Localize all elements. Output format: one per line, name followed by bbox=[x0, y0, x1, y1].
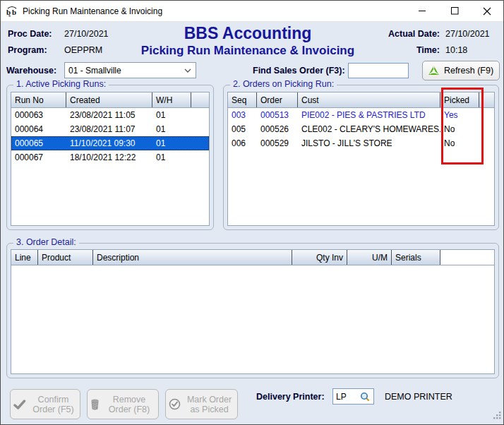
delivery-printer-input[interactable] bbox=[333, 392, 360, 402]
column-header-empty bbox=[191, 92, 209, 107]
column-header-um: U/M bbox=[347, 250, 392, 265]
delivery-printer-name: DEMO PRINTER bbox=[385, 392, 452, 402]
actual-date-label: Actual Date: bbox=[388, 29, 440, 39]
app-logo-icon: b b s bbox=[6, 6, 18, 17]
orders-header: Seq Order Cust Picked bbox=[228, 92, 494, 108]
warehouse-select[interactable]: 01 - Smallville bbox=[64, 62, 196, 78]
cell-picked: Yes bbox=[440, 108, 479, 122]
recycle-icon bbox=[428, 66, 439, 76]
time-label: Time: bbox=[388, 45, 440, 55]
delivery-printer-label: Delivery Printer: bbox=[256, 392, 325, 402]
cell-created: 23/08/2021 11:07 bbox=[66, 122, 152, 136]
cell-run-no: 000067 bbox=[11, 150, 66, 164]
picking-runs-header: Run No Created W/H bbox=[11, 92, 209, 108]
time-value: 10:18 bbox=[445, 45, 499, 55]
maximize-icon bbox=[451, 7, 459, 15]
column-header-cust: Cust bbox=[298, 92, 440, 107]
active-picking-runs-title: 1. Active Picking Runs: bbox=[13, 79, 109, 89]
picking-run-row-selected[interactable]: 000065 11/10/2021 09:30 01 bbox=[11, 136, 209, 150]
column-header-empty bbox=[479, 92, 494, 107]
column-header-description: Description bbox=[93, 250, 292, 265]
cell-order: 000513 bbox=[257, 108, 298, 122]
order-detail-header: Line Product Description Qty Inv U/M Ser… bbox=[11, 250, 494, 265]
cell-seq: 005 bbox=[228, 122, 257, 136]
window-body: Proc Date: 27/10/2021 Program: OEPPRM BB… bbox=[1, 22, 503, 424]
cell-run-no: 000064 bbox=[11, 122, 66, 136]
minimize-button[interactable] bbox=[406, 1, 438, 21]
picking-run-row[interactable]: 000063 23/08/2021 11:05 01 bbox=[11, 108, 209, 122]
picking-run-row[interactable]: 000064 23/08/2021 11:07 01 bbox=[11, 122, 209, 136]
order-row[interactable]: 005 000526 CLE002 - CLEARY'S HOMEWARES..… bbox=[228, 122, 494, 136]
cell-run-no: 000063 bbox=[11, 108, 66, 122]
maximize-button[interactable] bbox=[438, 1, 471, 21]
program-label: Program: bbox=[8, 45, 64, 55]
column-header-line: Line bbox=[11, 250, 38, 265]
confirm-order-label: Confirm Order (F5) bbox=[30, 395, 77, 414]
column-header-wh: W/H bbox=[152, 92, 191, 107]
delivery-printer-field bbox=[332, 388, 374, 405]
column-header-picked: Picked bbox=[440, 92, 479, 107]
page-subtitle: Picking Run Maintenance & Invoicing bbox=[71, 44, 424, 58]
column-header-qty-inv: Qty Inv bbox=[292, 250, 347, 265]
proc-date-label: Proc Date: bbox=[8, 29, 64, 39]
circled-check-icon bbox=[169, 398, 181, 410]
warehouse-selected-value: 01 - Smallville bbox=[68, 66, 121, 76]
order-detail-list[interactable]: Line Product Description Qty Inv U/M Ser… bbox=[11, 249, 495, 374]
cell-cust: CLE002 - CLEARY'S HOMEWARES.. bbox=[298, 122, 440, 136]
check-icon bbox=[13, 400, 26, 409]
column-header-product: Product bbox=[38, 250, 93, 265]
cell-picked: No bbox=[440, 136, 479, 150]
cell-created: 23/08/2021 11:05 bbox=[66, 108, 152, 122]
refresh-button[interactable]: Refresh (F9) bbox=[422, 61, 500, 80]
cell-order: 000526 bbox=[257, 122, 298, 136]
page-title: BBS Accounting bbox=[85, 24, 410, 43]
cell-wh: 01 bbox=[152, 108, 191, 122]
active-picking-runs-group: 1. Active Picking Runs: Run No Created W… bbox=[6, 85, 214, 230]
column-header-created: Created bbox=[66, 92, 152, 107]
magnifier-lookup-icon[interactable] bbox=[360, 392, 370, 402]
column-header-serials: Serials bbox=[392, 250, 440, 265]
cell-seq: 003 bbox=[228, 108, 257, 122]
cell-seq: 006 bbox=[228, 136, 257, 150]
cell-wh: 01 bbox=[152, 150, 191, 164]
cell-cust: JILSTO - JILL'S STORE bbox=[298, 136, 440, 150]
close-icon bbox=[483, 7, 491, 16]
column-header-seq: Seq bbox=[228, 92, 257, 107]
orders-on-picking-run-title: 2. Orders on Picking Run: bbox=[230, 79, 337, 89]
mark-order-as-picked-button[interactable]: Mark Order as Picked bbox=[165, 389, 238, 419]
order-detail-title: 3. Order Detail: bbox=[13, 237, 79, 247]
minimize-icon bbox=[419, 7, 426, 15]
refresh-button-label: Refresh (F9) bbox=[444, 66, 493, 76]
remove-order-label: Remove Order (F8) bbox=[103, 395, 155, 414]
cell-wh: 01 bbox=[152, 122, 191, 136]
order-row[interactable]: 006 000529 JILSTO - JILL'S STORE No bbox=[228, 136, 494, 150]
column-header-order: Order bbox=[257, 92, 298, 107]
mark-order-as-picked-label: Mark Order as Picked bbox=[184, 395, 234, 414]
resize-grip[interactable] bbox=[492, 409, 501, 422]
cell-created: 18/10/2021 12:22 bbox=[66, 150, 152, 164]
trash-icon bbox=[90, 399, 100, 410]
orders-list[interactable]: Seq Order Cust Picked 003 000513 PIE002 … bbox=[227, 92, 495, 226]
picking-runs-list[interactable]: Run No Created W/H 000063 23/08/2021 11:… bbox=[11, 92, 210, 226]
close-button[interactable] bbox=[471, 1, 503, 21]
column-header-empty bbox=[440, 250, 494, 265]
warehouse-label: Warehouse: bbox=[6, 66, 56, 76]
remove-order-button[interactable]: Remove Order (F8) bbox=[87, 389, 159, 419]
cell-cust: PIE002 - PIES & PASTRIES LTD bbox=[298, 108, 440, 122]
find-sales-order-label: Find Sales Order (F3): bbox=[253, 66, 345, 76]
window-title: Picking Run Maintenance & Invoicing bbox=[23, 6, 162, 16]
app-window: b b s Picking Run Maintenance & Invoicin… bbox=[0, 0, 504, 425]
cell-run-no: 000065 bbox=[11, 136, 66, 150]
order-row[interactable]: 003 000513 PIE002 - PIES & PASTRIES LTD … bbox=[228, 108, 494, 122]
find-sales-order-input[interactable] bbox=[348, 63, 409, 78]
picking-run-row[interactable]: 000067 18/10/2021 12:22 01 bbox=[11, 150, 209, 164]
confirm-order-button[interactable]: Confirm Order (F5) bbox=[10, 389, 80, 419]
cell-order: 000529 bbox=[257, 136, 298, 150]
svg-text:s: s bbox=[8, 13, 11, 17]
column-header-run-no: Run No bbox=[11, 92, 66, 107]
title-bar: b b s Picking Run Maintenance & Invoicin… bbox=[1, 1, 503, 22]
actual-date-value: 27/10/2021 bbox=[445, 29, 499, 39]
order-detail-group: 3. Order Detail: Line Product Descriptio… bbox=[6, 243, 499, 378]
orders-on-picking-run-group: 2. Orders on Picking Run: Seq Order Cust… bbox=[223, 85, 499, 230]
cell-created: 11/10/2021 09:30 bbox=[66, 136, 152, 150]
